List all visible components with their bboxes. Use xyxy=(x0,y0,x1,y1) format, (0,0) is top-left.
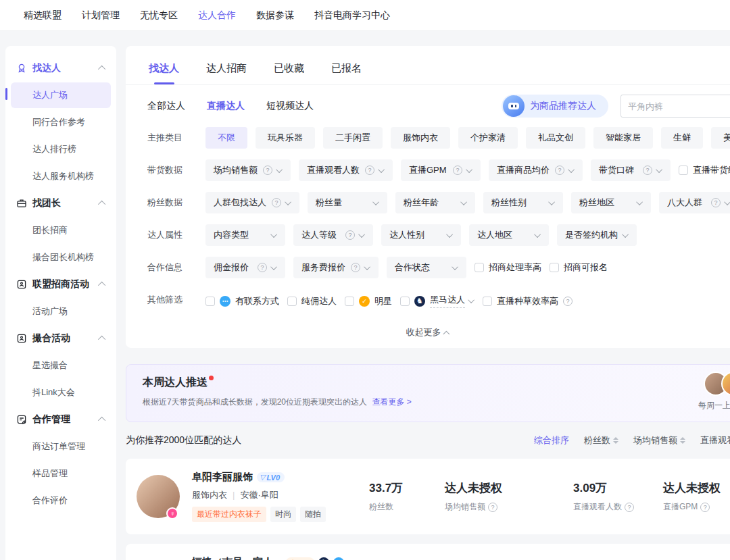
filter-checkbox-item[interactable]: ⋯有联系方式 xyxy=(205,290,279,312)
weekly-talent-banner[interactable]: 本周达人推送 根据近7天带货商品和成长数据，发现20位近期表现突出的达人 查看更… xyxy=(126,364,730,422)
filter-chip[interactable]: 二手闲置 xyxy=(323,127,383,149)
filter-dropdown[interactable]: 佣金报价? xyxy=(205,257,285,278)
filter-dropdown[interactable]: 达人等级? xyxy=(293,224,373,246)
checkbox[interactable] xyxy=(287,297,297,306)
tab-find-talent[interactable]: 找达人 xyxy=(147,59,180,84)
recommend-talent-button[interactable]: 为商品推荐达人 xyxy=(502,95,608,118)
sidebar-item-doulink[interactable]: 抖Link大会 xyxy=(11,380,111,405)
sort-avg-sales[interactable]: 场均销售额 xyxy=(633,434,685,447)
filter-chip[interactable]: 服饰内衣 xyxy=(391,127,450,149)
nav-item-worry-free-zone[interactable]: 无忧专区 xyxy=(140,9,178,22)
nav-item-learning-center[interactable]: 抖音电商学习中心 xyxy=(314,9,390,22)
filter-dropdown[interactable]: 粉丝地区 xyxy=(571,192,651,213)
sidebar-group-match-activities[interactable]: 撮合活动 xyxy=(11,326,111,351)
filter-checkbox-item[interactable]: 直播种草效率高? xyxy=(483,290,573,312)
checkbox[interactable] xyxy=(550,263,559,272)
sort-live-viewers[interactable]: 直播观看人数 xyxy=(700,434,730,447)
filter-checkbox-item[interactable]: ♞黑马达人 xyxy=(400,289,474,313)
sidebar-item-star-match[interactable]: 星选撮合 xyxy=(11,353,111,378)
filter-chip[interactable]: 个护家清 xyxy=(458,127,518,149)
checkbox[interactable] xyxy=(400,297,410,306)
chevron-down-icon xyxy=(358,231,365,238)
nav-item-talent-cooperation[interactable]: 达人合作 xyxy=(198,9,236,22)
filter-row-talent-attributes: 达人属性内容类型达人等级?达人性别达人地区是否签约机构 xyxy=(126,224,730,246)
filter-dropdown[interactable]: 粉丝年龄 xyxy=(395,192,475,213)
sort-fans-count[interactable]: 粉丝数 xyxy=(584,434,618,447)
tab-favorited[interactable]: 已收藏 xyxy=(272,59,306,84)
subtab-all-talent[interactable]: 全部达人 xyxy=(147,100,185,112)
filter-dropdown[interactable]: 达人性别 xyxy=(381,224,461,246)
sidebar-item-talent-agency-ranking[interactable]: 达人服务机构榜 xyxy=(11,163,111,189)
talent-name[interactable]: 恒捷（南昌一家人... xyxy=(192,556,282,560)
filter-chip[interactable]: 生鲜 xyxy=(661,127,703,149)
sidebar-group-find-talent[interactable]: 找达人 xyxy=(11,55,111,81)
checkbox[interactable] xyxy=(345,297,354,306)
chevron-down-icon xyxy=(364,263,370,270)
info-icon: ? xyxy=(272,198,281,207)
chevron-down-icon xyxy=(452,263,458,270)
subtab-short-video-talent[interactable]: 短视频达人 xyxy=(266,100,314,112)
sidebar-group-cooperation-management[interactable]: 合作管理 xyxy=(11,407,111,432)
filter-dropdown[interactable]: 带货口碑? xyxy=(591,159,671,181)
filter-chip[interactable]: 礼品文创 xyxy=(526,127,585,149)
talent-card[interactable]: ♀阜阳李丽服饰▽LV0服饰内衣|安徽·阜阳最近带过内衣袜子时尚随拍33.7万粉丝… xyxy=(126,459,730,534)
filter-chip[interactable]: 美妆 xyxy=(711,127,730,149)
sidebar-item-talent-ranking[interactable]: 达人排行榜 xyxy=(11,136,111,162)
talent-card[interactable]: ♂恒捷（南昌一家人...★LV5♞⋯服饰内衣/美妆/个护家清|江西·南昌带过小店… xyxy=(126,544,730,560)
collapse-more-button[interactable]: 收起更多 xyxy=(126,326,730,338)
filter-dropdown[interactable]: 达人地区 xyxy=(469,224,549,246)
talent-info: 阜阳李丽服饰▽LV0服饰内衣|安徽·阜阳最近带过内衣袜子时尚随拍 xyxy=(192,471,361,522)
see-more-link[interactable]: 查看更多 > xyxy=(372,397,411,407)
sidebar-item-talent-plaza[interactable]: 达人广场 xyxy=(11,82,111,108)
filter-dropdown[interactable]: 合作状态 xyxy=(387,257,466,278)
filter-dropdown[interactable]: 直播商品均价? xyxy=(489,159,583,181)
filter-dropdown[interactable]: 内容类型 xyxy=(205,224,285,246)
filter-checkbox-label: 有联系方式 xyxy=(235,295,279,307)
filter-dropdown[interactable]: 直播GPM? xyxy=(401,159,481,181)
info-icon: ? xyxy=(488,503,497,512)
filter-chip[interactable]: 不限 xyxy=(205,127,247,149)
checkbox[interactable] xyxy=(474,263,484,272)
filter-dropdown-label: 人群包找达人 xyxy=(214,197,266,209)
talent-name[interactable]: 阜阳李丽服饰 xyxy=(192,471,253,484)
sidebar-item-order-management[interactable]: 商达订单管理 xyxy=(11,434,111,459)
sidebar-item-sample-management[interactable]: 样品管理 xyxy=(11,461,111,486)
filter-chip[interactable]: 智能家居 xyxy=(593,127,653,149)
sidebar-group-alliance-activities[interactable]: 联盟招商活动 xyxy=(11,272,111,297)
sidebar-item-leader-agency-ranking[interactable]: 撮合团长机构榜 xyxy=(11,245,111,270)
tab-registered[interactable]: 已报名 xyxy=(330,59,363,84)
nav-item-featured-alliance[interactable]: 精选联盟 xyxy=(24,9,62,22)
filter-checkbox-item[interactable]: 直播带货结算率 xyxy=(679,159,730,181)
search-input[interactable] xyxy=(620,95,730,118)
sort-comprehensive[interactable]: 综合排序 xyxy=(534,434,569,447)
filter-dropdown[interactable]: 是否签约机构 xyxy=(557,224,637,246)
filter-dropdown[interactable]: 人群包找达人? xyxy=(205,192,299,213)
stat-3: 达人未授权直播GPM? xyxy=(663,480,730,513)
filter-checkbox-item[interactable]: 纯佣达人 xyxy=(287,290,337,312)
nav-item-data-advisor[interactable]: 数据参谋 xyxy=(256,9,294,22)
filter-checkbox-item[interactable]: 招商处理率高 xyxy=(474,257,541,278)
chevron-down-icon xyxy=(270,263,277,270)
filter-checkbox-item[interactable]: 招商可报名 xyxy=(550,257,608,278)
filter-dropdown[interactable]: 粉丝量 xyxy=(308,192,387,213)
checkbox[interactable] xyxy=(483,297,492,306)
subtab-live-talent[interactable]: 直播达人 xyxy=(207,100,245,112)
filter-dropdown[interactable]: 场均销售额? xyxy=(205,159,291,181)
checkbox[interactable] xyxy=(205,297,215,306)
filter-dropdown[interactable]: 粉丝性别 xyxy=(483,192,563,213)
filter-dropdown[interactable]: 服务费报价? xyxy=(293,257,379,278)
sidebar-item-activity-plaza[interactable]: 活动广场 xyxy=(11,299,111,324)
filter-dropdown[interactable]: 直播观看人数? xyxy=(299,159,393,181)
tab-talent-recruit[interactable]: 达人招商 xyxy=(205,59,248,84)
sidebar-item-cooperation-review[interactable]: 合作评价 xyxy=(11,488,111,513)
filter-checkbox-item[interactable]: ✓明星 xyxy=(345,290,392,312)
sidebar-item-peer-reference[interactable]: 同行合作参考 xyxy=(11,109,111,135)
nav-item-plan-management[interactable]: 计划管理 xyxy=(82,9,120,22)
filter-chip[interactable]: 玩具乐器 xyxy=(256,127,315,149)
checkbox[interactable] xyxy=(679,166,688,175)
sidebar-item-leader-recruit[interactable]: 团长招商 xyxy=(11,218,111,243)
filter-checkbox-label: 招商处理率高 xyxy=(489,261,541,274)
campaign-icon xyxy=(16,279,27,290)
sidebar-group-find-leader[interactable]: 找团长 xyxy=(11,190,111,216)
filter-dropdown[interactable]: 八大人群? xyxy=(659,192,730,213)
